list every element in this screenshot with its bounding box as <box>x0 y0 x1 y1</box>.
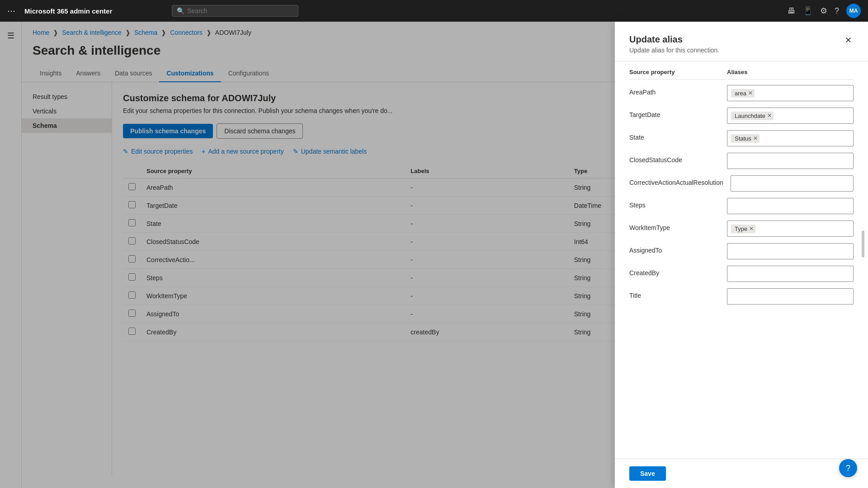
mobile-icon[interactable]: 📱 <box>803 6 813 16</box>
alias-input-field[interactable]: Status✕ <box>727 130 854 146</box>
panel-property-row: CreatedBy <box>629 266 854 283</box>
alias-text-input[interactable] <box>735 180 849 187</box>
prop-input-wrap: area✕ <box>727 85 854 101</box>
alias-text-input[interactable] <box>756 89 849 97</box>
panel-property-row: ClosedStatusCode <box>629 153 854 170</box>
panel-column-headers: Source property Aliases <box>629 69 854 80</box>
alias-text-input[interactable] <box>731 293 849 300</box>
prop-input-wrap: Launchdate✕ <box>727 108 854 124</box>
search-icon: 🔍 <box>177 7 184 14</box>
panel-property-row: State Status✕ <box>629 130 854 147</box>
alias-text-input[interactable] <box>731 248 849 255</box>
prop-label: Title <box>629 288 720 299</box>
alias-text-input[interactable] <box>761 135 849 142</box>
alias-text-input[interactable] <box>775 112 849 119</box>
scroll-indicator[interactable] <box>862 230 864 258</box>
prop-label: TargetDate <box>629 108 720 118</box>
monitor-icon[interactable]: 🖶 <box>788 6 796 16</box>
panel-col-source-label: Source property <box>629 69 720 75</box>
panel-footer: Save <box>615 459 868 488</box>
remove-tag-button[interactable]: ✕ <box>748 90 753 96</box>
alias-tag: Type✕ <box>731 225 755 233</box>
prop-label: WorkItemType <box>629 221 720 231</box>
alias-tag: area✕ <box>731 89 755 98</box>
prop-label: Steps <box>629 198 720 209</box>
prop-input-wrap <box>727 153 854 169</box>
remove-tag-button[interactable]: ✕ <box>749 226 754 231</box>
prop-input-wrap <box>727 243 854 259</box>
panel-property-row: AreaPath area✕ <box>629 85 854 102</box>
alias-tag: Status✕ <box>731 134 760 143</box>
alias-tag: Launchdate✕ <box>731 112 774 120</box>
settings-icon[interactable]: ⚙ <box>820 6 827 16</box>
panel-property-row: WorkItemType Type✕ <box>629 221 854 238</box>
alias-input-field[interactable]: area✕ <box>727 85 854 101</box>
alias-text-input[interactable] <box>731 157 849 164</box>
prop-label: CorrectiveActionActualResolution <box>629 175 723 186</box>
prop-input-wrap: Type✕ <box>727 221 854 237</box>
prop-input-wrap <box>727 288 854 305</box>
panel-body: Source property Aliases AreaPath area✕ T… <box>615 61 868 459</box>
prop-input-wrap <box>731 175 854 192</box>
alias-input-field[interactable]: Type✕ <box>727 221 854 237</box>
alias-input-field[interactable] <box>727 288 854 305</box>
panel-property-row: Steps <box>629 198 854 215</box>
waffle-icon[interactable]: ⋯ <box>7 6 15 16</box>
remove-tag-button[interactable]: ✕ <box>767 113 772 118</box>
topbar-icons: 🖶 📱 ⚙ ? MA <box>788 4 861 18</box>
panel-header: Update alias Update alias for this conne… <box>615 22 868 61</box>
prop-label: AssignedTo <box>629 243 720 254</box>
panel-properties: AreaPath area✕ TargetDate Launchdate✕ St… <box>629 85 854 305</box>
panel-property-row: TargetDate Launchdate✕ <box>629 108 854 125</box>
search-input[interactable] <box>187 7 278 14</box>
panel-property-row: AssignedTo <box>629 243 854 260</box>
prop-label: ClosedStatusCode <box>629 153 720 164</box>
prop-label: State <box>629 130 720 141</box>
alias-text-input[interactable] <box>731 270 849 277</box>
panel-col-alias-label: Aliases <box>727 69 854 75</box>
prop-label: CreatedBy <box>629 266 720 277</box>
alias-input-field[interactable] <box>731 175 854 192</box>
prop-input-wrap <box>727 266 854 282</box>
panel-title: Update alias <box>629 34 719 45</box>
prop-input-wrap: Status✕ <box>727 130 854 146</box>
avatar[interactable]: MA <box>846 4 861 18</box>
alias-input-field[interactable]: Launchdate✕ <box>727 108 854 124</box>
panel-property-row: CorrectiveActionActualResolution <box>629 175 854 192</box>
save-button[interactable]: Save <box>629 466 666 481</box>
alias-text-input[interactable] <box>757 225 849 232</box>
help-fab[interactable]: ? <box>839 459 857 477</box>
update-alias-panel: Update alias Update alias for this conne… <box>615 22 868 488</box>
alias-input-field[interactable] <box>727 198 854 214</box>
panel-property-row: Title <box>629 288 854 305</box>
app-title: Microsoft 365 admin center <box>24 7 112 15</box>
alias-input-field[interactable] <box>727 243 854 259</box>
search-box[interactable]: 🔍 <box>172 5 298 17</box>
prop-label: AreaPath <box>629 85 720 96</box>
panel-close-button[interactable]: ✕ <box>843 34 854 46</box>
panel-subtitle: Update alias for this connection. <box>629 47 719 54</box>
help-icon[interactable]: ? <box>835 6 839 16</box>
remove-tag-button[interactable]: ✕ <box>753 136 758 141</box>
alias-text-input[interactable] <box>731 202 849 210</box>
topbar: ⋯ Microsoft 365 admin center 🔍 🖶 📱 ⚙ ? M… <box>0 0 868 22</box>
alias-input-field[interactable] <box>727 153 854 169</box>
prop-input-wrap <box>727 198 854 214</box>
alias-input-field[interactable] <box>727 266 854 282</box>
